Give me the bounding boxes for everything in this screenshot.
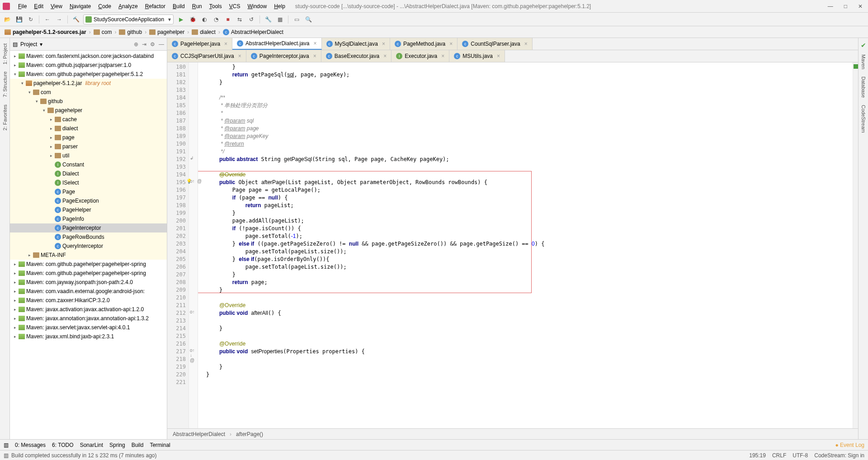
tree-node[interactable]: ▸Maven: com.github.jsqlparser:jsqlparser… xyxy=(10,61,167,70)
editor-tab[interactable]: IExecutor.java× xyxy=(392,50,449,62)
menu-run[interactable]: Run xyxy=(189,3,206,9)
settings-icon[interactable]: 🔧 xyxy=(264,15,273,24)
menu-code[interactable]: Code xyxy=(94,3,115,9)
tree-node[interactable]: ▸util xyxy=(10,151,167,160)
tab-close-icon[interactable]: × xyxy=(497,53,500,59)
tree-node[interactable]: cPageInfo xyxy=(10,214,167,223)
tab-close-icon[interactable]: × xyxy=(224,41,227,47)
tab-close-icon[interactable]: × xyxy=(524,41,528,47)
statusbar-item[interactable]: 6: TODO xyxy=(52,442,74,448)
tree-node[interactable]: ▸Maven: com.vaadin.external.google:andro… xyxy=(10,287,167,296)
back-icon[interactable]: ← xyxy=(43,15,52,24)
crumb-method[interactable]: afterPage() xyxy=(236,431,263,437)
debug-icon[interactable]: 🐞 xyxy=(188,15,197,24)
tree-node[interactable]: ▸Maven: javax.xml.bind:jaxb-api:2.3.1 xyxy=(10,332,167,341)
tab-close-icon[interactable]: × xyxy=(383,53,387,59)
hide-icon[interactable]: — xyxy=(159,41,164,47)
tree-arrow-icon[interactable]: ▸ xyxy=(13,271,17,275)
tree-arrow-icon[interactable]: ▸ xyxy=(13,262,17,266)
tree-arrow-icon[interactable]: ▸ xyxy=(13,63,17,67)
menu-build[interactable]: Build xyxy=(169,3,189,9)
menu-window[interactable]: Window xyxy=(244,3,270,9)
statusbar-item[interactable]: Build xyxy=(132,442,144,448)
tab-close-icon[interactable]: × xyxy=(313,53,316,59)
left-rail-item[interactable]: 7: Structure xyxy=(1,68,9,101)
breadcrumb-item[interactable]: pagehelper-5.1.2-sources.jar xyxy=(3,29,88,35)
error-stripe[interactable] xyxy=(853,62,858,428)
tree-arrow-icon[interactable]: ▾ xyxy=(27,90,32,95)
tree-node[interactable]: ▸Maven: com.zaxxer:HikariCP:3.2.0 xyxy=(10,296,167,305)
breadcrumb-item[interactable]: com xyxy=(92,29,114,35)
tree-arrow-icon[interactable]: ▸ xyxy=(49,135,53,140)
tab-close-icon[interactable]: × xyxy=(449,41,453,47)
caret-position[interactable]: 195:19 xyxy=(749,452,766,459)
refresh-icon[interactable]: ↻ xyxy=(26,15,35,24)
menu-refactor[interactable]: Refactor xyxy=(142,3,169,9)
tree-node[interactable]: ▾com xyxy=(10,88,167,97)
forward-icon[interactable]: → xyxy=(55,15,64,24)
tree-node[interactable]: ▾github xyxy=(10,97,167,106)
tree-arrow-icon[interactable]: ▸ xyxy=(13,307,17,312)
tree-arrow-icon[interactable]: ▸ xyxy=(49,117,53,122)
sdk-icon[interactable]: ▭ xyxy=(292,15,301,24)
code-editor[interactable]: 180 181 182 183 184 185 186 187 188 189 … xyxy=(167,62,858,428)
tree-node[interactable]: ▸Maven: javax.activation:javax.activatio… xyxy=(10,305,167,314)
locate-icon[interactable]: ⊕ xyxy=(134,41,138,47)
right-rail-item[interactable]: Maven xyxy=(860,51,867,73)
tree-node[interactable]: IDialect xyxy=(10,169,167,178)
project-structure-icon[interactable]: ▦ xyxy=(275,15,284,24)
tab-close-icon[interactable]: × xyxy=(238,53,241,59)
tree-node[interactable]: cPageInterceptor xyxy=(10,223,167,232)
stop-icon[interactable]: ■ xyxy=(223,15,232,24)
editor-tab[interactable]: cBaseExecutor.java× xyxy=(321,50,392,62)
menu-navigate[interactable]: Navigate xyxy=(66,3,94,9)
rerun-icon[interactable]: ↺ xyxy=(247,15,256,24)
tree-node[interactable]: cPageRowBounds xyxy=(10,232,167,242)
right-rail-item[interactable]: Database xyxy=(860,73,867,101)
tree-node[interactable]: ▸Maven: com.fasterxml.jackson.core:jacks… xyxy=(10,52,167,61)
tree-node[interactable]: IConstant xyxy=(10,160,167,169)
left-rail-item[interactable]: 2: Favorites xyxy=(1,101,9,134)
attach-icon[interactable]: ⇆ xyxy=(235,15,244,24)
menu-help[interactable]: Help xyxy=(270,3,289,9)
tree-node[interactable]: ▸page xyxy=(10,133,167,142)
editor-tab[interactable]: cPageMethod.java× xyxy=(390,38,458,50)
tree-arrow-icon[interactable]: ▸ xyxy=(49,126,53,131)
editor-tab[interactable]: cPageInterceptor.java× xyxy=(246,50,321,62)
tree-node[interactable]: ▸dialect xyxy=(10,124,167,133)
tree-node[interactable]: cPageException xyxy=(10,196,167,205)
override-marker-icon-2[interactable]: o↑ xyxy=(190,309,195,314)
menu-analyze[interactable]: Analyze xyxy=(115,3,142,9)
minimize-icon[interactable]: — xyxy=(828,3,833,9)
profile-icon[interactable]: ◔ xyxy=(212,15,221,24)
close-icon[interactable]: ✕ xyxy=(858,3,863,9)
tree-arrow-icon[interactable]: ▾ xyxy=(34,99,39,104)
menu-tools[interactable]: Tools xyxy=(206,3,226,9)
tree-node[interactable]: cPage xyxy=(10,187,167,196)
tree-node[interactable]: ▾pagehelper xyxy=(10,106,167,115)
gear-icon[interactable]: ⚙ xyxy=(150,41,155,47)
search-icon[interactable]: 🔍 xyxy=(304,15,313,24)
editor-tab[interactable]: cCountSqlParser.java× xyxy=(458,38,532,50)
line-separator[interactable]: CRLF xyxy=(772,452,786,459)
open-icon[interactable]: 📂 xyxy=(3,15,12,24)
tree-node[interactable]: ▸Maven: com.github.pagehelper:pagehelper… xyxy=(10,269,167,278)
tree-arrow-icon[interactable]: ▸ xyxy=(13,289,17,294)
statusbar-item[interactable]: Spring xyxy=(109,442,125,448)
tab-close-icon[interactable]: × xyxy=(441,53,444,59)
tab-close-icon[interactable]: × xyxy=(382,41,385,47)
tree-node[interactable]: ▸cache xyxy=(10,115,167,124)
tool-window-icon-2[interactable]: ▥ xyxy=(4,452,9,459)
breadcrumb-item[interactable]: github xyxy=(117,29,144,35)
event-log-badge[interactable]: ● Event Log xyxy=(835,442,864,448)
tree-node[interactable]: IISelect xyxy=(10,178,167,187)
breadcrumb-item[interactable]: pagehelper xyxy=(147,29,186,35)
tool-window-icon[interactable]: ▥ xyxy=(4,442,9,448)
menu-view[interactable]: View xyxy=(47,3,66,9)
maximize-icon[interactable]: □ xyxy=(844,3,847,9)
tree-node[interactable]: ▾Maven: com.github.pagehelper:pagehelper… xyxy=(10,70,167,79)
tree-node[interactable]: ▸Maven: javax.annotation:javax.annotatio… xyxy=(10,314,167,323)
tree-arrow-icon[interactable]: ▸ xyxy=(27,253,32,257)
override-marker-icon-3[interactable]: o↑ ↓ @ xyxy=(190,348,198,363)
coverage-icon[interactable]: ◐ xyxy=(200,15,209,24)
